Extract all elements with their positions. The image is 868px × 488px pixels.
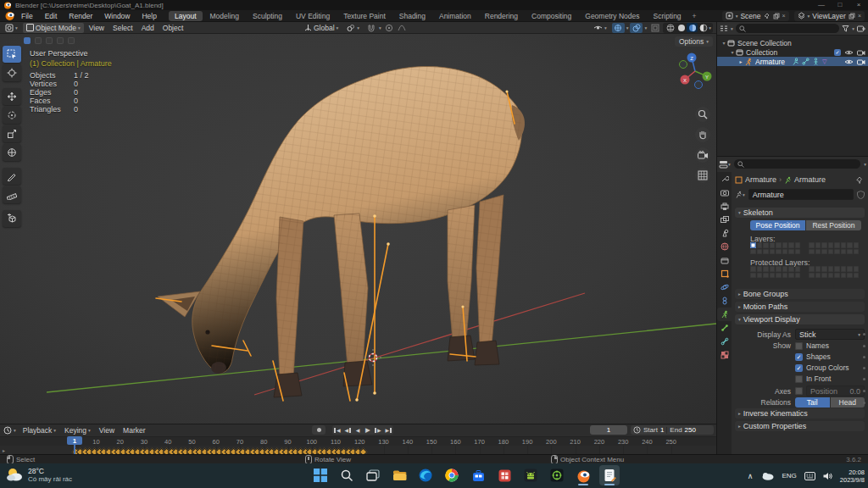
gizmos-dropdown[interactable]: ▾ bbox=[626, 25, 629, 30]
android-app-icon[interactable] bbox=[520, 465, 541, 485]
add-workspace-button[interactable]: + bbox=[689, 11, 700, 21]
toggle-4[interactable] bbox=[57, 37, 64, 44]
armature-layer-cell[interactable] bbox=[834, 266, 840, 272]
armature-layer-cell[interactable] bbox=[821, 266, 827, 272]
armature-layer-cell[interactable] bbox=[828, 242, 834, 248]
armature-layer-cell[interactable] bbox=[757, 249, 763, 255]
menu-object[interactable]: Object bbox=[159, 23, 187, 33]
armature-layer-cell[interactable] bbox=[750, 242, 756, 248]
workspace-tab-animation[interactable]: Animation bbox=[433, 11, 477, 21]
animate-dot[interactable] bbox=[863, 345, 865, 347]
armature-layer-cell[interactable] bbox=[834, 242, 840, 248]
armature-layer-cell[interactable] bbox=[847, 242, 853, 248]
armature-name-field[interactable]: Armature bbox=[748, 189, 854, 200]
workspace-tab-geometry-nodes[interactable]: Geometry Nodes bbox=[579, 11, 645, 21]
copy-icon[interactable] bbox=[849, 13, 855, 19]
viewport-display-section-header[interactable]: ▾ Viewport Display bbox=[735, 314, 865, 324]
menu-marker[interactable]: Marker bbox=[123, 426, 145, 435]
toggle-2[interactable] bbox=[35, 37, 42, 44]
armature-layer-cell[interactable] bbox=[763, 242, 769, 248]
remove-icon[interactable]: × bbox=[858, 13, 861, 19]
shapes-checkbox[interactable]: ✓ bbox=[795, 353, 803, 361]
bone-groups-section-header[interactable]: ▸ Bone Groups bbox=[735, 289, 865, 299]
workspace-tab-sculpting[interactable]: Sculpting bbox=[247, 11, 288, 21]
armature-layer-cell[interactable] bbox=[776, 273, 782, 279]
protected-layers-block-2[interactable] bbox=[809, 266, 859, 278]
prev-keyframe-button[interactable]: ◀ bbox=[342, 425, 353, 435]
menu-playback[interactable]: Playback bbox=[23, 426, 53, 435]
workspace-tab-shading[interactable]: Shading bbox=[393, 11, 431, 21]
expand-icon[interactable]: ▾ bbox=[721, 40, 727, 46]
hidden-icons-chevron[interactable]: ∧ bbox=[748, 472, 754, 480]
falloff-icon[interactable] bbox=[398, 24, 406, 31]
armature-layer-cell[interactable] bbox=[854, 242, 860, 248]
armature-layer-cell[interactable] bbox=[854, 249, 860, 255]
armature-layer-cell[interactable] bbox=[828, 266, 834, 272]
hide-eye-icon[interactable] bbox=[844, 49, 854, 56]
menu-add[interactable]: Add bbox=[138, 23, 158, 33]
viewport-options-button[interactable]: Options ▾ bbox=[675, 36, 713, 47]
taskbar-clock[interactable]: 20:08 2023/9/8 bbox=[840, 469, 865, 484]
outliner-row-scene-collection[interactable]: ▾ Scene Collection bbox=[717, 38, 868, 47]
menu-window[interactable]: Window bbox=[98, 12, 136, 20]
blender-taskbar-icon[interactable] bbox=[573, 465, 593, 485]
armature-layer-cell[interactable] bbox=[782, 242, 788, 248]
armature-layer-cell[interactable] bbox=[809, 249, 815, 255]
armature-layer-cell[interactable] bbox=[770, 242, 776, 248]
pin-icon[interactable] bbox=[856, 176, 863, 184]
armature-layer-cell[interactable] bbox=[770, 273, 776, 279]
protected-layers-block-1[interactable] bbox=[750, 266, 800, 278]
outliner-row-armature[interactable]: ▸ Armature ▽ bbox=[717, 57, 868, 66]
shading-rendered-button[interactable] bbox=[698, 23, 709, 32]
outliner-search[interactable] bbox=[736, 24, 839, 33]
armature-layer-cell[interactable] bbox=[795, 266, 801, 272]
timeline-ruler[interactable]: 1020304050607080901001101201301401501601… bbox=[0, 436, 716, 446]
armature-layer-cell[interactable] bbox=[788, 249, 794, 255]
tool-scale[interactable] bbox=[3, 125, 21, 142]
inverse-kinematics-section-header[interactable]: ▸ Inverse Kinematics bbox=[735, 408, 865, 419]
language-indicator[interactable]: ENG bbox=[782, 472, 796, 480]
armature-layer-cell[interactable] bbox=[750, 249, 756, 255]
group-colors-checkbox[interactable]: ✓ bbox=[795, 364, 803, 372]
menu-edit[interactable]: Edit bbox=[39, 12, 64, 20]
armature-layer-cell[interactable] bbox=[834, 249, 840, 255]
tab-tool[interactable] bbox=[717, 172, 732, 186]
armature-layer-cell[interactable] bbox=[776, 242, 782, 248]
armature-layer-cell[interactable] bbox=[795, 249, 801, 255]
tab-collection[interactable] bbox=[717, 253, 732, 267]
camera-view-button[interactable] bbox=[695, 147, 710, 163]
transform-orientation-selector[interactable]: Global ▾ bbox=[301, 23, 342, 33]
axes-checkbox[interactable] bbox=[795, 387, 803, 395]
armature-layer-cell[interactable] bbox=[788, 242, 794, 248]
armature-layer-cell[interactable] bbox=[782, 266, 788, 272]
armature-layer-cell[interactable] bbox=[815, 242, 821, 248]
tab-object-constraints[interactable] bbox=[717, 294, 732, 308]
armature-layer-cell[interactable] bbox=[809, 242, 815, 248]
filter-icon[interactable] bbox=[842, 25, 849, 32]
animate-dot[interactable] bbox=[863, 390, 865, 392]
animate-dot[interactable] bbox=[863, 402, 865, 404]
next-keyframe-button[interactable]: ▶ bbox=[373, 425, 383, 435]
end-value[interactable]: 250 bbox=[685, 426, 696, 434]
armature-layer-cell[interactable] bbox=[795, 273, 801, 279]
play-button[interactable]: ▶ bbox=[363, 425, 373, 435]
object-visibility-dropdown[interactable]: ▾ bbox=[590, 23, 610, 33]
armature-layer-cell[interactable] bbox=[847, 266, 853, 272]
orthographic-toggle-button[interactable] bbox=[695, 168, 710, 183]
toggle-5[interactable] bbox=[68, 37, 75, 44]
relations-tail-button[interactable]: Tail bbox=[795, 397, 830, 408]
close-button[interactable]: × bbox=[849, 0, 868, 10]
armature-layer-cell[interactable] bbox=[782, 249, 788, 255]
render-camera-icon[interactable] bbox=[857, 49, 865, 56]
workspace-tab-texture-paint[interactable]: Texture Paint bbox=[337, 11, 392, 21]
in-front-checkbox[interactable] bbox=[795, 375, 803, 383]
overlays-toggle[interactable] bbox=[630, 23, 643, 33]
properties-editor-icon[interactable] bbox=[719, 160, 728, 169]
jump-to-start-button[interactable]: ◀ bbox=[332, 425, 342, 435]
workspace-tab-uv-editing[interactable]: UV Editing bbox=[290, 11, 336, 21]
editor-type-button[interactable]: ▾ bbox=[2, 23, 21, 33]
breadcrumb-data[interactable]: Armature bbox=[794, 175, 826, 184]
skeleton-section-header[interactable]: ▾ Skeleton bbox=[735, 208, 865, 218]
channel-expand-icon[interactable]: ▸ bbox=[3, 447, 5, 453]
tool-annotate[interactable] bbox=[3, 168, 21, 185]
